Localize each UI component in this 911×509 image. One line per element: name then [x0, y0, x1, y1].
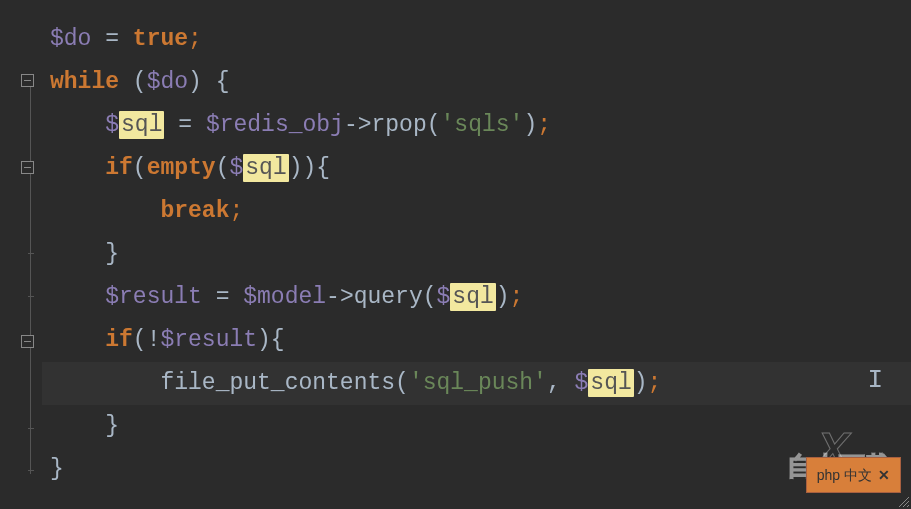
- fold-tick: [28, 296, 34, 297]
- assign-op: =: [91, 26, 132, 52]
- string-delim: ': [533, 370, 547, 396]
- code-line: if(empty($sql)){: [42, 147, 911, 190]
- keyword-if: if: [105, 327, 133, 353]
- brace-close: }: [105, 413, 119, 439]
- string-sql-push: sql_push: [423, 370, 533, 396]
- code-line-current: file_put_contents('sql_push', $sql);: [42, 362, 911, 405]
- arrow-op: ->: [326, 284, 354, 310]
- text-cursor-icon: I: [867, 356, 883, 405]
- fold-tick: [28, 253, 34, 254]
- assign-op: =: [164, 112, 205, 138]
- paren: ): [523, 112, 537, 138]
- fold-button-if-result[interactable]: [21, 335, 34, 348]
- brace-open: )){: [289, 155, 330, 181]
- variable-result: $result: [105, 284, 202, 310]
- variable-redis: $redis_obj: [206, 112, 344, 138]
- paren: (: [133, 155, 147, 181]
- indent: [50, 413, 105, 439]
- string-sqls: sqls: [454, 112, 509, 138]
- arrow-op: ->: [344, 112, 372, 138]
- indent: [50, 370, 160, 396]
- variable-do: $do: [50, 26, 91, 52]
- bottom-tag-label: php 中文: [817, 467, 872, 483]
- brace-open: ){: [257, 327, 285, 353]
- highlight-sql: sql: [450, 283, 495, 311]
- keyword-true: true: [133, 26, 188, 52]
- method-query: query: [354, 284, 423, 310]
- indent: [50, 241, 105, 267]
- code-line: $result = $model->query($sql);: [42, 276, 911, 319]
- resize-handle-icon[interactable]: [899, 497, 909, 507]
- fold-gutter: [0, 0, 42, 509]
- keyword-break: break: [160, 198, 229, 224]
- paren: (: [427, 112, 441, 138]
- paren: ): [634, 370, 648, 396]
- paren: (: [423, 284, 437, 310]
- semicolon: ;: [537, 112, 551, 138]
- code-line: }: [42, 233, 911, 276]
- fold-button-while[interactable]: [21, 74, 34, 87]
- dollar-sign: $: [105, 112, 119, 138]
- code-line: $do = true;: [42, 18, 911, 61]
- highlight-sql: sql: [243, 154, 288, 182]
- dollar-sign: $: [437, 284, 451, 310]
- fold-button-if-empty[interactable]: [21, 161, 34, 174]
- paren: (!: [133, 327, 161, 353]
- keyword-empty: empty: [147, 155, 216, 181]
- fold-tick: [28, 470, 34, 471]
- fold-guide-line: [30, 76, 31, 474]
- indent: [50, 112, 105, 138]
- string-delim: ': [409, 370, 423, 396]
- highlight-sql: sql: [119, 111, 164, 139]
- dollar-sign: $: [229, 155, 243, 181]
- semicolon: ;: [229, 198, 243, 224]
- indent: [50, 198, 160, 224]
- method-rpop: rpop: [372, 112, 427, 138]
- string-delim: ': [510, 112, 524, 138]
- code-line: break;: [42, 190, 911, 233]
- paren: (: [216, 155, 230, 181]
- variable-model: $model: [243, 284, 326, 310]
- code-line: }: [42, 405, 911, 448]
- assign-op: =: [202, 284, 243, 310]
- paren: (: [119, 69, 147, 95]
- close-icon[interactable]: ✕: [878, 467, 890, 483]
- func-file-put-contents: file_put_contents: [160, 370, 395, 396]
- code-editor: $do = true; while ($do) { $sql = $redis_…: [0, 0, 911, 509]
- semicolon: ;: [510, 284, 524, 310]
- code-line: if(!$result){: [42, 319, 911, 362]
- indent: [50, 327, 105, 353]
- paren: (: [395, 370, 409, 396]
- code-line: $sql = $redis_obj->rpop('sqls');: [42, 104, 911, 147]
- code-line: while ($do) {: [42, 61, 911, 104]
- variable-do: $do: [147, 69, 188, 95]
- indent: [50, 155, 105, 181]
- comma: ,: [547, 370, 575, 396]
- variable-result: $result: [160, 327, 257, 353]
- indent: [50, 284, 105, 310]
- string-delim: ': [441, 112, 455, 138]
- paren: ): [496, 284, 510, 310]
- bottom-tag[interactable]: php 中文✕: [806, 457, 901, 493]
- brace-close: }: [50, 456, 64, 482]
- code-line: }: [42, 448, 911, 491]
- brace-close: }: [105, 241, 119, 267]
- semicolon: ;: [188, 26, 202, 52]
- dollar-sign: $: [575, 370, 589, 396]
- highlight-sql: sql: [588, 369, 633, 397]
- semicolon: ;: [648, 370, 662, 396]
- keyword-while: while: [50, 69, 119, 95]
- brace-open: ) {: [188, 69, 229, 95]
- keyword-if: if: [105, 155, 133, 181]
- code-area[interactable]: $do = true; while ($do) { $sql = $redis_…: [42, 0, 911, 509]
- fold-tick: [28, 428, 34, 429]
